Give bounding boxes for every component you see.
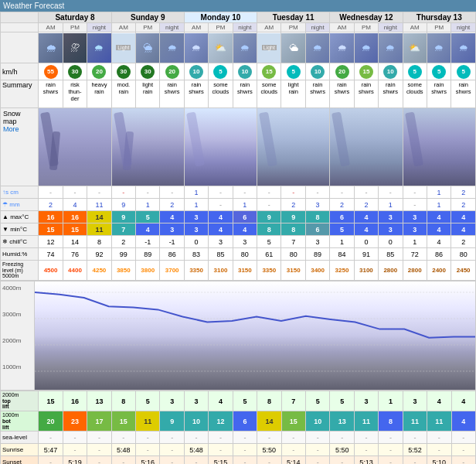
- chill-4: -1: [136, 236, 160, 248]
- botlift-2: 17: [87, 411, 111, 432]
- minc-1: 15: [63, 223, 87, 236]
- wind-val-0: 55: [44, 65, 58, 79]
- summary-13: rainshwrs: [354, 80, 378, 108]
- weather-image-row: 🌧 ⛈ 🌧 Light 🌦 🌧 🌧 ⛅ 🌧 Light 🌥 🌧 🌧 🌧 🌧 ⛅ …: [1, 32, 476, 63]
- sunrise-5: -: [160, 444, 184, 456]
- scm-4: -: [136, 186, 160, 199]
- humid-10: 80: [281, 248, 305, 261]
- chill-0: 12: [39, 236, 63, 248]
- sunrise-7: -: [209, 444, 233, 456]
- freeze-9: 3350: [257, 261, 281, 281]
- col-pm-2: PM: [136, 23, 160, 32]
- botlift-15: 11: [403, 411, 427, 432]
- humid-3: 99: [111, 248, 135, 261]
- maxc-15: 3: [403, 211, 427, 223]
- sl-2: -: [87, 432, 111, 444]
- wind-val-1: 30: [68, 65, 82, 79]
- maxc-11: 8: [305, 211, 329, 223]
- toplift-15: 3: [403, 391, 427, 411]
- scm-2: -: [87, 186, 111, 199]
- humid-6: 83: [184, 248, 208, 261]
- chill-12: 1: [330, 236, 354, 248]
- sunset-0: -: [39, 456, 63, 464]
- botlift-0: 20: [39, 411, 63, 432]
- rmm-9: -: [257, 199, 281, 211]
- sunrise-1: -: [63, 444, 87, 456]
- chill-9: 5: [257, 236, 281, 248]
- humid-2: 92: [87, 248, 111, 261]
- wind-val-14: 10: [383, 65, 397, 79]
- chill-5: -1: [160, 236, 184, 248]
- rmm-16: 1: [427, 199, 450, 211]
- minc-13: 4: [354, 223, 378, 236]
- summary-16: rainshwrs: [427, 80, 450, 108]
- wind-val-2: 20: [92, 65, 106, 79]
- chill-17: 2: [451, 236, 476, 248]
- freeze-11: 3400: [305, 261, 329, 281]
- sunrise-2: -: [87, 444, 111, 456]
- day-wed: Wednesday 12: [330, 12, 403, 23]
- sealevel-label: sea-level: [1, 432, 39, 444]
- summary-2: heavyrain: [87, 80, 111, 108]
- freeze-10: 3150: [281, 261, 305, 281]
- elev-4000: 4000m: [2, 285, 21, 292]
- weather-header: Weather Forecast: [0, 0, 476, 12]
- humid-9: 61: [257, 248, 281, 261]
- day-sat: Saturday 8: [39, 12, 111, 23]
- sunrise-8: -: [233, 444, 257, 456]
- sunrise-9: 5:50: [257, 444, 281, 456]
- chill-label: ❄ chill°C: [1, 236, 39, 248]
- col-am-3: AM: [184, 23, 208, 32]
- summary-12: rainshwrs: [330, 80, 354, 108]
- wind-val-6: 10: [189, 65, 203, 79]
- botlift-13: 11: [354, 411, 378, 432]
- rmm-label: ☂ mm: [1, 199, 39, 211]
- summary-3: mod.rain: [111, 80, 135, 108]
- col-night-6: night: [451, 23, 476, 32]
- rmm-10: 2: [281, 199, 305, 211]
- col-am-5: AM: [330, 23, 354, 32]
- chill-2: 8: [87, 236, 111, 248]
- freeze-5: 3700: [160, 261, 184, 281]
- sl-10: -: [281, 432, 305, 444]
- humid-8: 80: [233, 248, 257, 261]
- minc-9: 8: [257, 223, 281, 236]
- ampm-header-row: AM PM night AM PM night AM PM night AM P…: [1, 23, 476, 32]
- botlift-10: 15: [281, 411, 305, 432]
- maxc-17: 4: [451, 211, 476, 223]
- wind-val-13: 15: [359, 65, 373, 79]
- freeze-8: 3150: [233, 261, 257, 281]
- toplift-14: 1: [379, 391, 403, 411]
- chill-3: 2: [111, 236, 135, 248]
- maxc-4: 5: [136, 211, 160, 223]
- botlift-6: 10: [184, 411, 208, 432]
- rain-mm-row: ☂ mm 2 4 11 9 1 2 1 - 1 - 2 3 2 2 1 - 1 …: [1, 199, 476, 211]
- snow-map-label: Snow map More: [1, 108, 39, 186]
- day-mon: Monday 10: [184, 12, 257, 23]
- scm-0: -: [39, 186, 63, 199]
- snow-map-row: Snow map More: [1, 108, 476, 186]
- sl-7: -: [209, 432, 233, 444]
- freeze-3: 3850: [111, 261, 135, 281]
- freeze-1: 4400: [63, 261, 87, 281]
- scm-7: -: [209, 186, 233, 199]
- humid-11: 89: [305, 248, 329, 261]
- humid-0: 74: [39, 248, 63, 261]
- maxc-8: 6: [233, 211, 257, 223]
- more-link[interactable]: More: [3, 125, 19, 133]
- minc-11: 6: [305, 223, 329, 236]
- sunset-7: 5:15: [209, 456, 233, 464]
- scm-15: -: [403, 186, 427, 199]
- humid-label: Humid.%: [1, 248, 39, 261]
- top-lift-label: 2000mtoplift: [1, 391, 39, 411]
- botlift-17: 4: [451, 411, 475, 432]
- humid-row: Humid.% 74 76 92 99 89 86 83 85 80 61 80…: [1, 248, 476, 261]
- humid-5: 86: [160, 248, 184, 261]
- sunset-14: -: [379, 456, 403, 464]
- sl-6: -: [184, 432, 208, 444]
- col-night-3: night: [233, 23, 257, 32]
- wind-val-17: 5: [457, 65, 471, 79]
- freeze-13: 3100: [354, 261, 378, 281]
- rmm-17: 2: [451, 199, 476, 211]
- sl-1: -: [63, 432, 87, 444]
